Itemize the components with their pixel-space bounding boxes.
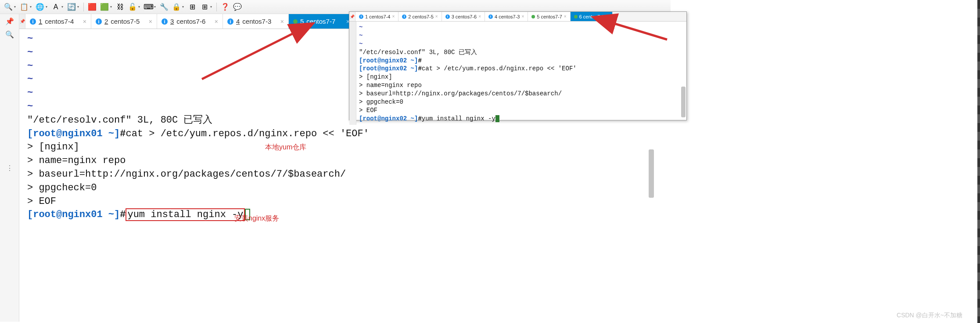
terminal-secondary[interactable]: ~ ~ ~ "/etc/resolv.conf" 3L, 80C 已写入 [ro…	[349, 22, 686, 125]
tab-label: 5 centos7-7	[537, 14, 562, 19]
tab-number: 1	[39, 18, 42, 25]
shell-prompt: [root@nginx02 ~]	[359, 57, 418, 64]
tab-centos7-5[interactable]: i2 centos7-5×	[398, 12, 442, 21]
toolbar-button-2[interactable]: 🌐	[34, 1, 46, 13]
close-icon[interactable]: ×	[392, 14, 395, 19]
annotation-yum-repo: 本地yum仓库	[265, 143, 306, 152]
connected-icon	[574, 15, 578, 18]
shell-prompt: [root@nginx01 ~]	[27, 128, 120, 139]
tab-label: centos7-7	[306, 18, 335, 25]
toolbar-button-5[interactable]: 🟥	[86, 1, 98, 13]
toolbar-button-13[interactable]: ⊞	[199, 1, 210, 13]
toolbar-button-9[interactable]: ⌨	[143, 1, 154, 13]
toolbar-button-10[interactable]: 🔧	[158, 1, 170, 13]
search-icon[interactable]: 🔍	[5, 30, 14, 39]
toolbar-button-15[interactable]: 💬	[232, 1, 243, 13]
vim-tilde: ~	[27, 87, 33, 98]
dropdown-icon[interactable]: ▾	[30, 5, 32, 9]
tab-number: 5	[300, 18, 304, 25]
dropdown-icon[interactable]: ▾	[61, 5, 63, 9]
tab-number: 3	[170, 18, 174, 25]
close-icon[interactable]: ×	[435, 14, 438, 19]
heredoc-line: > EOF	[27, 196, 56, 207]
dropdown-icon[interactable]: ▾	[14, 5, 16, 9]
heredoc-line: > baseurl=http://nginx.org/packages/cent…	[359, 90, 562, 97]
toolbar-button-8[interactable]: 🔓	[127, 1, 138, 13]
dropdown-icon[interactable]: ▾	[210, 5, 212, 9]
vim-tilde: ~	[27, 101, 33, 112]
tab-centos7-7[interactable]: 5 centos7-7×	[289, 14, 355, 29]
heredoc-line: > gpgcheck=0	[359, 98, 403, 105]
dropdown-icon[interactable]: ▾	[110, 5, 112, 9]
toolbar-button-1[interactable]: 📋	[18, 1, 30, 13]
close-icon[interactable]: ×	[280, 18, 284, 25]
info-icon: i	[402, 15, 406, 19]
tab-centos7-7[interactable]: 5 centos7-7×	[528, 12, 570, 21]
tab-centos7-4[interactable]: i1 centos7-4×	[25, 14, 91, 29]
close-icon[interactable]: ×	[215, 18, 218, 25]
more-icon[interactable]: ⋮	[5, 163, 14, 172]
close-icon[interactable]: ×	[83, 18, 86, 25]
tab-number: 2	[104, 18, 108, 25]
vim-tilde: ~	[359, 32, 363, 39]
toolbar-button-6[interactable]: 🟩	[99, 1, 110, 13]
scrollbar-thumb[interactable]	[649, 149, 654, 198]
info-icon: i	[162, 18, 168, 25]
tab-centos7-6[interactable]: i3 centos7-6×	[157, 14, 223, 29]
dropdown-icon[interactable]: ▾	[46, 5, 47, 9]
secondary-window: 📌 i1 centos7-4×i2 centos7-5×i3 centos7-6…	[349, 11, 687, 120]
watermark: CSDN @白开水~不加糖	[897, 312, 962, 319]
dropdown-icon[interactable]: ▾	[154, 5, 156, 9]
vim-tilde: ~	[27, 61, 33, 72]
toolbar-button-3[interactable]: A	[50, 1, 61, 13]
toolbar-button-4[interactable]: 🔄	[66, 1, 77, 13]
toolbar-button-7[interactable]: ⛓	[115, 1, 126, 13]
tab-label: centos7-4	[45, 18, 74, 25]
close-icon[interactable]: ×	[564, 14, 567, 19]
toolbar-button-14[interactable]: ❓	[219, 1, 231, 13]
separator	[216, 3, 217, 11]
tab-label: 2 centos7-5	[408, 14, 433, 19]
heredoc-line: > EOF	[359, 107, 377, 114]
info-icon: i	[30, 18, 36, 25]
tab-centos7-6[interactable]: i3 centos7-6×	[442, 12, 485, 21]
close-icon[interactable]: ×	[606, 14, 609, 19]
toolbar-button-11[interactable]: 🔒	[171, 1, 182, 13]
toolbar-button-0[interactable]: 🔍	[3, 1, 14, 13]
secondary-gutter	[349, 22, 356, 125]
tab-label: 3 centos7-6	[452, 14, 477, 19]
cursor	[495, 115, 499, 122]
toolbar-button-12[interactable]: ⊞	[187, 1, 198, 13]
tab-label: 4 centos7-3	[495, 14, 520, 19]
vim-status: "/etc/resolv.conf" 3L, 80C 已写入	[27, 115, 212, 126]
tab-centos7-3[interactable]: i4 centos7-3×	[485, 12, 528, 21]
tab-centos7-8[interactable]: 6 centos7-8×	[571, 12, 613, 21]
info-icon: i	[96, 18, 102, 25]
shell-prompt: [root@nginx02 ~]	[359, 65, 418, 72]
close-icon[interactable]: ×	[478, 14, 481, 19]
close-icon[interactable]: ×	[521, 14, 524, 19]
tab-label: 6 centos7-8	[579, 14, 604, 19]
annotation-install-nginx: 安装nginx服务	[234, 214, 279, 223]
separator	[83, 3, 84, 11]
right-border	[977, 0, 980, 323]
command-text: cat > /etc/yum.repos.d/nginx.repo << 'EO…	[422, 65, 577, 72]
dropdown-icon[interactable]: ▾	[182, 5, 184, 9]
vim-tilde: ~	[27, 74, 33, 85]
tab-number: 4	[236, 18, 240, 25]
pin-icon[interactable]: 📌	[5, 17, 14, 25]
close-icon[interactable]: ×	[149, 18, 152, 25]
tab-centos7-5[interactable]: i2 centos7-5×	[91, 14, 157, 29]
scrollbar-thumb[interactable]	[681, 87, 686, 117]
dropdown-icon[interactable]: ▾	[77, 5, 79, 9]
dropdown-icon[interactable]: ▾	[138, 5, 140, 9]
left-sidebar: 📌 🔍 ⋮	[0, 14, 19, 322]
heredoc-line: > name=nginx repo	[27, 155, 126, 166]
pin-small-icon[interactable]: 📌	[349, 12, 355, 21]
command-text: yum install nginx -y	[422, 115, 495, 122]
vim-tilde: ~	[27, 33, 33, 44]
prompt-hash: #	[418, 57, 421, 64]
tab-centos7-4[interactable]: i1 centos7-4×	[355, 12, 398, 21]
pin-small-icon[interactable]: 📌	[19, 14, 25, 29]
tab-centos7-3[interactable]: i4 centos7-3×	[223, 14, 289, 29]
